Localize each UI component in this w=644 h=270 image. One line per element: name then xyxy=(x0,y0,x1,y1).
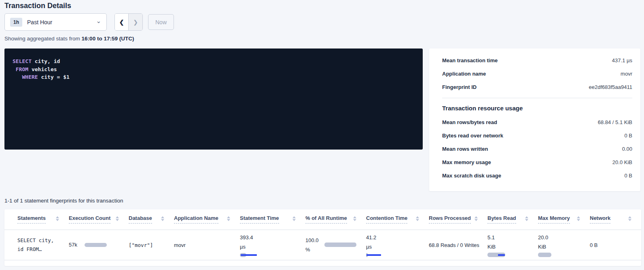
statement-time-value: 393.4 xyxy=(240,233,296,242)
max-memory-bar xyxy=(538,253,551,257)
summary-label: Mean rows written xyxy=(442,146,488,152)
table-header-row: Statements Execution Count Database Appl… xyxy=(4,209,641,230)
summary-value: ee2df683f5aa9411 xyxy=(589,84,632,90)
page-title: Transaction Details xyxy=(4,2,71,10)
sql-text: vehicles xyxy=(28,66,57,72)
runtime-pct-cell: 100.0 % xyxy=(305,236,356,254)
bytes-read-cell: 5.1 KiB xyxy=(487,233,528,257)
contention-time-cell: 41.2 µs xyxy=(366,233,419,257)
aggregation-range-prefix: Showing aggregated stats from xyxy=(4,36,82,42)
transaction-sql-box: SELECT city, id FROM vehicles WHERE city… xyxy=(4,49,423,150)
statement-time-bar xyxy=(240,253,258,257)
statements-table: Statements Execution Count Database Appl… xyxy=(4,209,641,260)
transaction-summary-card: Mean transaction time 437.1 µs Applicati… xyxy=(429,49,640,191)
aggregation-range-text: Showing aggregated stats from 16:00 to 1… xyxy=(4,36,134,42)
col-header-execution-count[interactable]: Execution Count xyxy=(69,215,110,224)
statement-line: id FROM… xyxy=(17,245,59,254)
sort-icon[interactable] xyxy=(56,216,59,221)
summary-label: Mean rows/bytes read xyxy=(442,119,497,125)
time-range-dropdown[interactable]: 1h Past Hour ⌄ xyxy=(4,13,107,31)
summary-value: 68.84 / 5.1 KiB xyxy=(598,119,632,125)
sql-text: city, id xyxy=(32,58,60,64)
sort-icon[interactable] xyxy=(116,216,119,221)
summary-value: 0 B xyxy=(624,133,632,139)
col-header-runtime-pct[interactable]: % of All Runtime xyxy=(305,215,347,224)
sort-icon[interactable] xyxy=(525,216,528,221)
col-header-rows-processed[interactable]: Rows Processed xyxy=(429,215,471,224)
col-header-contention-time[interactable]: Contention Time xyxy=(366,215,407,224)
application-name-value: movr xyxy=(174,242,186,248)
sort-icon[interactable] xyxy=(475,216,478,221)
summary-row: Fingerprint ID ee2df683f5aa9411 xyxy=(442,80,632,94)
col-header-bytes-read[interactable]: Bytes Read xyxy=(487,215,516,224)
bytes-read-bar xyxy=(487,253,506,257)
bytes-read-value: 5.1 xyxy=(487,233,528,242)
summary-row: Bytes read over network 0 B xyxy=(442,129,632,142)
col-header-database[interactable]: Database xyxy=(129,215,152,224)
sql-indent xyxy=(13,66,16,72)
bytes-read-unit: KiB xyxy=(487,242,528,251)
col-header-statement-time[interactable]: Statement Time xyxy=(240,215,279,224)
summary-value: movr xyxy=(621,71,632,77)
statements-count-caption: 1-1 of 1 statement fingerprints for this… xyxy=(4,198,123,204)
statements-table-card: Statements Execution Count Database Appl… xyxy=(4,209,641,266)
chevron-left-icon: ❮ xyxy=(119,19,124,25)
statement-line: SELECT city, xyxy=(17,236,59,245)
sort-icon[interactable] xyxy=(353,216,356,221)
sort-icon[interactable] xyxy=(161,216,164,221)
col-header-max-memory[interactable]: Max Memory xyxy=(538,215,570,224)
execution-count-value: 57k xyxy=(69,242,77,248)
summary-row: Mean transaction time 437.1 µs xyxy=(442,54,632,67)
summary-value: 20.0 KiB xyxy=(612,159,632,165)
time-interval-badge: 1h xyxy=(10,18,22,27)
execution-count-bar xyxy=(85,243,107,247)
sort-icon[interactable] xyxy=(416,216,419,221)
sort-icon[interactable] xyxy=(292,216,296,221)
runtime-pct-bar xyxy=(324,243,356,247)
sql-indent xyxy=(13,74,22,80)
time-nav-group: ❮ ❯ xyxy=(114,13,143,31)
resource-usage-heading: Transaction resource usage xyxy=(442,103,632,116)
summary-row: Application name movr xyxy=(442,67,632,80)
next-time-button[interactable]: ❯ xyxy=(129,14,142,30)
sort-icon[interactable] xyxy=(227,216,230,221)
max-memory-cell: 20.0 KiB xyxy=(538,233,580,257)
aggregation-range-value: 16:00 to 17:59 (UTC) xyxy=(82,36,134,42)
sort-icon[interactable] xyxy=(577,216,580,221)
statement-time-unit: µs xyxy=(240,242,296,251)
chevron-down-icon: ⌄ xyxy=(96,19,101,23)
table-row: SELECT city, id FROM… 57k ["movr"] movr … xyxy=(4,230,641,260)
summary-label: Fingerprint ID xyxy=(442,84,477,90)
now-button[interactable]: Now xyxy=(148,14,174,30)
summary-value: 437.1 µs xyxy=(612,57,632,63)
runtime-pct-unit: % xyxy=(305,245,319,254)
rows-processed-value: 68.8 Reads / 0 Writes xyxy=(429,242,479,248)
sql-keyword: FROM xyxy=(16,66,28,72)
summary-label: Mean transaction time xyxy=(442,57,498,63)
prev-time-button[interactable]: ❮ xyxy=(115,14,129,30)
runtime-pct-value: 100.0 xyxy=(305,236,319,245)
summary-label: Bytes read over network xyxy=(442,133,503,139)
divider xyxy=(442,98,632,98)
sql-keyword: WHERE xyxy=(22,74,38,80)
sql-statement: SELECT city, id FROM vehicles WHERE city… xyxy=(13,57,415,81)
statement-time-cell: 393.4 µs xyxy=(240,233,296,257)
col-header-application-name[interactable]: Application Name xyxy=(174,215,218,224)
col-header-network[interactable]: Network xyxy=(590,215,610,224)
summary-label: Application name xyxy=(442,71,486,77)
summary-row: Mean rows written 0.00 xyxy=(442,142,632,156)
summary-value: 0 B xyxy=(624,173,632,179)
summary-label: Max memory usage xyxy=(442,159,491,165)
time-range-label: Past Hour xyxy=(27,19,52,25)
database-value: ["movr"] xyxy=(129,242,153,248)
sql-text: city = $1 xyxy=(38,74,70,80)
summary-row: Max memory usage 20.0 KiB xyxy=(442,156,632,169)
contention-time-unit: µs xyxy=(366,242,419,251)
sort-icon[interactable] xyxy=(628,216,631,221)
contention-time-bar xyxy=(366,253,382,257)
statement-fingerprint-link[interactable]: SELECT city, id FROM… xyxy=(17,236,59,254)
time-controls: 1h Past Hour ⌄ ❮ ❯ Now xyxy=(4,13,174,31)
contention-time-value: 41.2 xyxy=(366,233,419,242)
network-value: 0 B xyxy=(590,242,598,248)
col-header-statements[interactable]: Statements xyxy=(17,215,46,224)
